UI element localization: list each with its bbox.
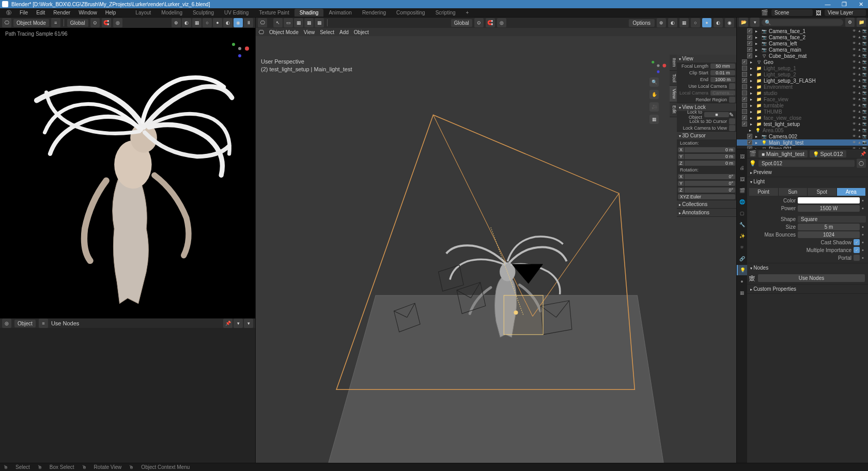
breadcrumb-data[interactable]: 💡 Spot.012 <box>810 150 846 158</box>
outliner-enable-checkbox[interactable] <box>747 53 752 58</box>
menu-select[interactable]: Select <box>320 29 334 35</box>
light-size-input[interactable]: 5 m <box>798 224 860 230</box>
outliner-restrict-icon[interactable]: 📷 <box>862 66 867 71</box>
outliner-restrict-icon[interactable]: 👁 <box>852 97 857 102</box>
outliner-enable-checkbox[interactable] <box>747 140 752 145</box>
use-local-camera-checkbox[interactable] <box>729 83 735 89</box>
panel-custom-header[interactable]: Custom Properties <box>747 285 868 293</box>
outliner-restrict-icon[interactable]: 👁 <box>852 109 857 114</box>
outliner-restrict-icon[interactable]: 👁 <box>852 72 857 77</box>
disclosure-icon[interactable]: ▸ <box>748 59 754 65</box>
outliner-row[interactable]: ▸▽Cube_base_mat👁▲📷 <box>737 53 868 59</box>
outliner-restrict-icon[interactable]: 👁 <box>852 35 857 40</box>
eyedropper-icon[interactable]: ✎ <box>729 112 735 118</box>
outliner-restrict-icon[interactable]: ▲ <box>857 60 862 65</box>
outliner-restrict-icon[interactable]: 📷 <box>862 41 867 46</box>
outliner-enable-checkbox[interactable] <box>742 109 747 114</box>
outliner-restrict-icon[interactable]: 👁 <box>852 66 857 71</box>
outliner-enable-checkbox[interactable] <box>747 41 752 46</box>
tool-icon[interactable]: ▦ <box>294 18 303 27</box>
outliner-restrict-icon[interactable]: ▲ <box>857 35 862 40</box>
editor-type-icon[interactable]: 🖵 <box>258 18 267 27</box>
light-type-spot[interactable]: Spot <box>808 188 837 196</box>
outliner-row[interactable]: ▸📁Light_setup_3_FLASH👁▲📷 <box>737 77 868 84</box>
outliner-restrict-icon[interactable]: ▲ <box>857 41 862 46</box>
npanel-view-header[interactable]: View <box>677 55 736 62</box>
rendered-viewport[interactable]: Path Tracing Sample 61/96 <box>0 28 255 318</box>
outliner-enable-checkbox[interactable] <box>742 103 747 108</box>
outliner-restrict-icon[interactable]: 📷 <box>862 109 867 114</box>
snap-icon[interactable]: 🧲 <box>486 18 495 27</box>
outliner-restrict-icon[interactable]: 👁 <box>852 85 857 89</box>
mode-dropdown[interactable]: Object Mode <box>269 29 299 35</box>
disclosure-icon[interactable]: ▸ <box>748 103 754 108</box>
outliner-restrict-icon[interactable]: 📷 <box>862 72 867 77</box>
outliner-restrict-icon[interactable]: 📷 <box>862 60 867 65</box>
options-dropdown[interactable]: Options <box>629 19 655 27</box>
outliner-enable-checkbox[interactable] <box>747 47 752 52</box>
menu-object[interactable]: Object <box>354 29 369 35</box>
zoom-icon[interactable]: 🔍 <box>649 77 659 87</box>
editor-type-icon[interactable]: 📂 <box>739 18 748 27</box>
menu-window[interactable]: Window <box>74 9 101 17</box>
pin-icon[interactable]: 📌 <box>223 319 233 328</box>
outliner-restrict-icon[interactable]: ▲ <box>857 72 862 77</box>
focal-length-input[interactable]: 50 mm <box>710 64 735 69</box>
menu-render[interactable]: Render <box>49 9 74 17</box>
outliner-row[interactable]: ▸▽Geo👁▲📷 <box>737 59 868 65</box>
material-dropdown[interactable]: ▾ <box>244 319 253 328</box>
npanel-tab-tool[interactable]: Tool <box>670 71 677 86</box>
menu-add[interactable]: Add <box>339 29 349 35</box>
overlay-icon[interactable]: ◐ <box>668 18 677 27</box>
outliner-restrict-icon[interactable]: ▲ <box>857 128 862 133</box>
disclosure-icon[interactable]: ▸ <box>753 140 760 145</box>
outliner-restrict-icon[interactable]: ▲ <box>857 66 862 71</box>
shade-rendered-icon[interactable]: ◉ <box>725 18 734 27</box>
npanel-tab-item[interactable]: Item <box>670 55 677 71</box>
light-type-sun[interactable]: Sun <box>779 188 808 196</box>
outliner-search-input[interactable]: 🔍 <box>762 19 843 26</box>
outliner-row[interactable]: ▸📁studio👁▲📷 <box>737 90 868 96</box>
outliner-row[interactable]: ▸📷Camera.002👁▲📷 <box>737 133 868 139</box>
gizmo-icon[interactable]: ⊕ <box>172 18 181 27</box>
breadcrumb-object[interactable]: ■ Main_light_test <box>758 150 808 158</box>
outliner-row[interactable]: ▸📁Face_view👁▲📷 <box>737 96 868 102</box>
prop-tab-texture[interactable]: ▦ <box>737 288 747 298</box>
shade-wire-icon[interactable]: ○ <box>691 18 700 27</box>
workspace-add-button[interactable]: + <box>461 9 474 17</box>
multi-importance-checkbox[interactable]: ✓ <box>854 247 860 253</box>
scene-selector[interactable]: Scene <box>771 9 813 16</box>
prop-tab-particles[interactable]: ✨ <box>737 231 747 241</box>
outliner-restrict-icon[interactable]: ▲ <box>857 103 862 108</box>
lock-to-object-dropdown[interactable]: ■ <box>704 112 729 117</box>
disclosure-icon[interactable]: ▸ <box>748 84 754 89</box>
outliner-row[interactable]: ▸📁THUMB👁▲📷 <box>737 108 868 115</box>
clip-end-input[interactable]: 1000 m <box>710 77 735 82</box>
workspace-tab-sculpting[interactable]: Sculpting <box>188 9 219 17</box>
pin-icon[interactable]: 📌 <box>860 151 866 156</box>
menu-edit[interactable]: Edit <box>32 9 49 17</box>
outliner-restrict-icon[interactable]: 📷 <box>862 103 867 108</box>
gizmo-icon[interactable]: ⊕ <box>657 18 666 27</box>
disclosure-icon[interactable]: ▸ <box>748 66 754 71</box>
outliner-row[interactable]: ▸💡Area.005👁▲📷 <box>737 127 868 133</box>
tool-icon[interactable]: ▦ <box>315 18 324 27</box>
3d-viewport[interactable]: User Perspective (2) test_light_setup | … <box>256 36 736 463</box>
cursor-x-input[interactable]: 0 m <box>685 147 735 152</box>
filter-icon[interactable]: ⚙ <box>845 18 855 27</box>
proportional-icon[interactable]: ◎ <box>113 18 122 27</box>
disclosure-icon[interactable]: ▸ <box>748 97 754 102</box>
orientation-dropdown[interactable]: Global <box>67 19 88 27</box>
snap-icon[interactable]: 🧲 <box>102 18 111 27</box>
outliner-restrict-icon[interactable]: 📷 <box>862 128 867 133</box>
outliner-row[interactable]: ▸📷Camera_face_1👁▲📷 <box>737 28 868 34</box>
disclosure-icon[interactable]: ▸ <box>753 134 760 139</box>
panel-nodes-header[interactable]: Nodes <box>747 263 868 272</box>
use-nodes-button[interactable]: Use Nodes <box>758 274 865 282</box>
npanel-cursor-header[interactable]: 3D Cursor <box>677 132 736 139</box>
prop-tab-scene[interactable]: 🎬 <box>737 185 747 196</box>
outliner-restrict-icon[interactable]: 👁 <box>852 78 857 83</box>
outliner-row[interactable]: ▸▽Plane.001👁▲📷 <box>737 146 868 149</box>
prop-tab-render[interactable]: 🖼 <box>737 151 747 162</box>
outliner-restrict-icon[interactable]: 👁 <box>852 48 857 52</box>
